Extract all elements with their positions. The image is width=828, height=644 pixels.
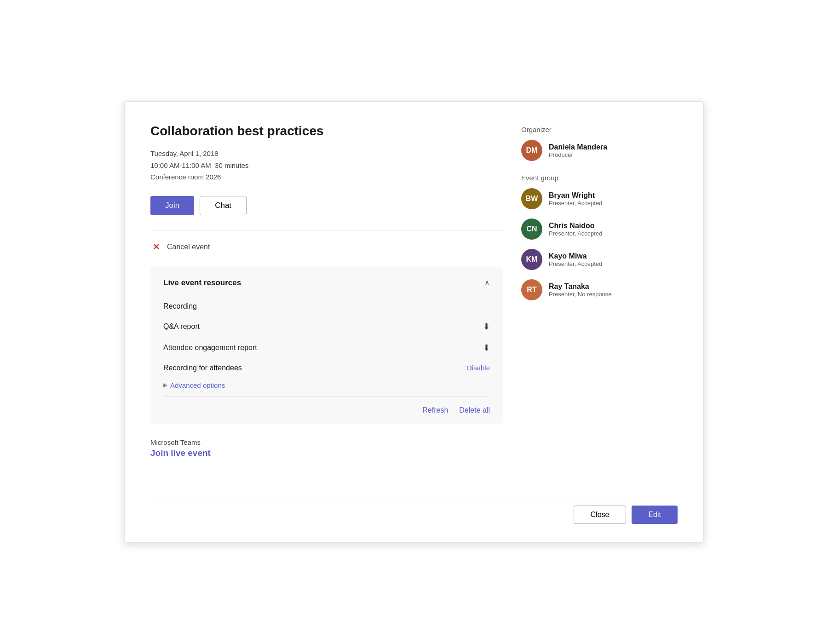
close-button[interactable]: Close bbox=[574, 506, 627, 524]
card-actions: Refresh Delete all bbox=[163, 402, 490, 416]
live-resources-title: Live event resources bbox=[163, 278, 241, 288]
organizer-label: Organizer bbox=[521, 126, 678, 133]
member-name-2: Kayo Miwa bbox=[549, 252, 602, 260]
chat-button[interactable]: Chat bbox=[200, 196, 247, 215]
resource-row-qa: Q&A report ⬇ bbox=[163, 316, 490, 337]
member-role-1: Presenter, Accepted bbox=[549, 230, 602, 237]
event-time: 10:00 AM-11:00 AM bbox=[150, 161, 211, 169]
ms-teams-label: Microsoft Teams bbox=[150, 438, 503, 446]
collapse-icon[interactable]: ∧ bbox=[484, 278, 490, 287]
event-time-duration: 10:00 AM-11:00 AM 30 minutes bbox=[150, 160, 503, 172]
live-resources-card: Live event resources ∧ Recording Q&A rep… bbox=[150, 267, 503, 424]
event-location: Conference room 2026 bbox=[150, 171, 503, 183]
refresh-button[interactable]: Refresh bbox=[422, 406, 448, 414]
member-info-2: Kayo Miwa Presenter, Accepted bbox=[549, 252, 602, 267]
member-row-0: BW Bryan Wright Presenter, Accepted bbox=[521, 188, 678, 209]
member-info-3: Ray Tanaka Presenter, No response bbox=[549, 282, 612, 298]
engagement-download-icon[interactable]: ⬇ bbox=[483, 343, 490, 353]
action-buttons: Join Chat bbox=[150, 196, 503, 215]
member-row-2: KM Kayo Miwa Presenter, Accepted bbox=[521, 249, 678, 270]
card-divider bbox=[163, 397, 490, 397]
member-name-3: Ray Tanaka bbox=[549, 282, 612, 291]
join-button[interactable]: Join bbox=[150, 196, 194, 215]
organizer-avatar: DM bbox=[521, 140, 542, 161]
disable-link[interactable]: Disable bbox=[467, 364, 490, 372]
member-role-2: Presenter, Accepted bbox=[549, 260, 602, 267]
cancel-event-label: Cancel event bbox=[167, 243, 210, 251]
cancel-x-icon: ✕ bbox=[150, 242, 161, 253]
left-panel: Collaboration best practices Tuesday, Ap… bbox=[150, 124, 503, 481]
event-group-label: Event group bbox=[521, 174, 678, 182]
member-info-0: Bryan Wright Presenter, Accepted bbox=[549, 191, 602, 207]
member-role-0: Presenter, Accepted bbox=[549, 200, 602, 207]
event-group-section: Event group BW Bryan Wright Presenter, A… bbox=[521, 174, 678, 300]
event-meta: Tuesday, April 1, 2018 10:00 AM-11:00 AM… bbox=[150, 148, 503, 183]
event-title: Collaboration best practices bbox=[150, 124, 503, 138]
ms-teams-section: Microsoft Teams Join live event bbox=[150, 438, 503, 458]
delete-all-button[interactable]: Delete all bbox=[459, 406, 490, 414]
engagement-label: Attendee engagement report bbox=[163, 344, 257, 352]
organizer-role: Producer bbox=[549, 151, 607, 158]
organizer-name: Daniela Mandera bbox=[549, 143, 607, 151]
event-dialog: Collaboration best practices Tuesday, Ap… bbox=[124, 101, 704, 543]
right-panel: Organizer DM Daniela Mandera Producer Ev… bbox=[521, 124, 678, 481]
member-name-1: Chris Naidoo bbox=[549, 222, 602, 230]
cancel-event-row[interactable]: ✕ Cancel event bbox=[150, 242, 503, 253]
member-avatar-3: RT bbox=[521, 279, 542, 300]
join-live-event-link[interactable]: Join live event bbox=[150, 448, 211, 458]
member-avatar-0: BW bbox=[521, 188, 542, 209]
member-role-3: Presenter, No response bbox=[549, 291, 612, 298]
resource-row-engagement: Attendee engagement report ⬇ bbox=[163, 337, 490, 358]
advanced-options-row[interactable]: ▶ Advanced options bbox=[163, 381, 490, 389]
organizer-section: Organizer DM Daniela Mandera Producer bbox=[521, 126, 678, 161]
qa-label: Q&A report bbox=[163, 322, 200, 331]
recording-label: Recording bbox=[163, 302, 197, 310]
dialog-footer: Close Edit bbox=[150, 496, 678, 524]
advanced-options-label: Advanced options bbox=[170, 381, 225, 389]
member-avatar-2: KM bbox=[521, 249, 542, 270]
edit-button[interactable]: Edit bbox=[632, 506, 678, 524]
main-content: Collaboration best practices Tuesday, Ap… bbox=[150, 124, 678, 481]
resource-row-attendees: Recording for attendees Disable bbox=[163, 358, 490, 378]
arrow-right-icon: ▶ bbox=[163, 382, 167, 388]
divider-1 bbox=[150, 230, 503, 230]
qa-download-icon[interactable]: ⬇ bbox=[483, 322, 490, 332]
organizer-info: Daniela Mandera Producer bbox=[549, 143, 607, 158]
member-avatar-1: CN bbox=[521, 218, 542, 240]
event-date: Tuesday, April 1, 2018 bbox=[150, 148, 503, 160]
organizer-row: DM Daniela Mandera Producer bbox=[521, 140, 678, 161]
member-name-0: Bryan Wright bbox=[549, 191, 602, 200]
member-row-1: CN Chris Naidoo Presenter, Accepted bbox=[521, 218, 678, 240]
live-resources-header: Live event resources ∧ bbox=[163, 278, 490, 288]
resource-row-recording: Recording bbox=[163, 297, 490, 316]
recording-attendees-label: Recording for attendees bbox=[163, 364, 242, 372]
member-row-3: RT Ray Tanaka Presenter, No response bbox=[521, 279, 678, 300]
member-info-1: Chris Naidoo Presenter, Accepted bbox=[549, 222, 602, 237]
event-duration: 30 minutes bbox=[215, 161, 248, 169]
